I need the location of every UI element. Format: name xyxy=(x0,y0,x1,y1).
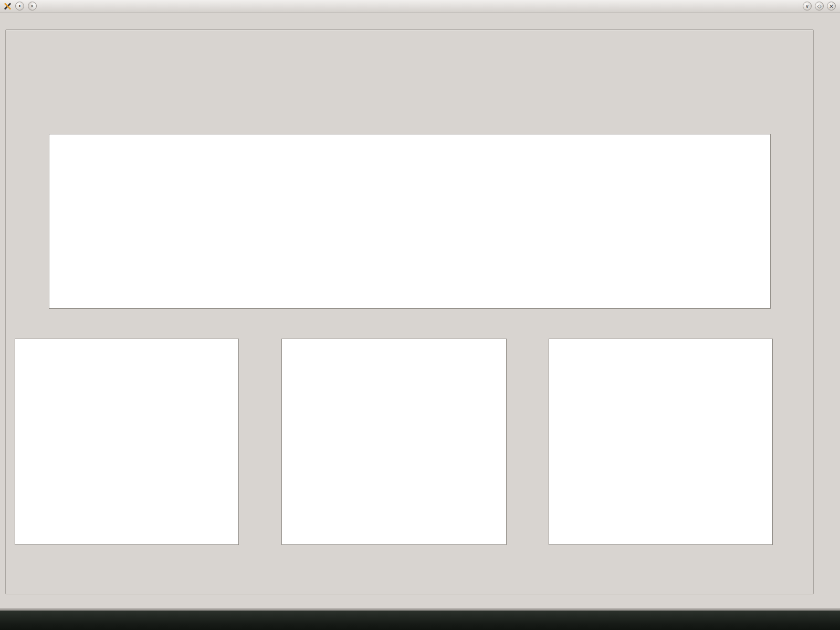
constellation-plot xyxy=(549,339,773,545)
minimize-button[interactable]: ∨ xyxy=(803,2,812,10)
close-button[interactable]: × xyxy=(827,2,836,10)
maximize-button[interactable]: ◇ xyxy=(815,2,824,10)
desktop: • « ∨ ◇ × hp Y ✂ xyxy=(0,0,840,630)
main-spectrum-plot xyxy=(49,134,771,309)
shade-button[interactable]: « xyxy=(28,2,37,10)
sticky-button[interactable]: • xyxy=(15,2,24,10)
y-axis-label xyxy=(8,134,20,309)
app-icon[interactable] xyxy=(3,2,12,10)
baseband-spectrum-plot xyxy=(281,339,507,545)
window-titlebar: • « ∨ ◇ × xyxy=(0,0,840,13)
channel-spectra-plot xyxy=(15,339,239,545)
taskbar: hp Y ✂ )) xyxy=(0,611,840,630)
